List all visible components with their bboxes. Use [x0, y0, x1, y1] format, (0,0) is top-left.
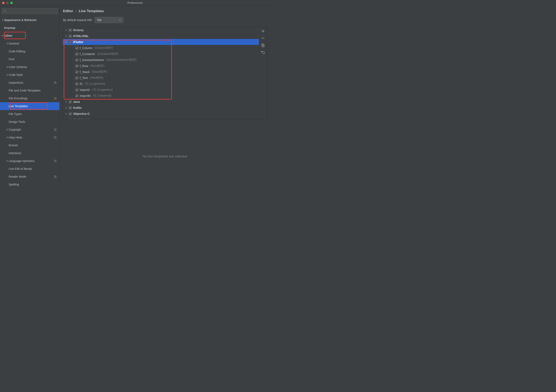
sidebar-item-copyright[interactable]: Copyright: [0, 126, 60, 134]
window-title: Preferences: [127, 1, 143, 4]
checkbox[interactable]: [69, 100, 72, 103]
checkbox[interactable]: [69, 106, 72, 109]
template-item-name: f_GestureDetector: [80, 58, 104, 62]
template-item-importm[interactable]: importM(引入Material): [63, 93, 259, 99]
maximize-window-button[interactable]: [10, 2, 13, 4]
template-item-importc[interactable]: importC(引入cupertino): [63, 87, 259, 93]
checkbox[interactable]: [69, 112, 72, 115]
checkbox[interactable]: [75, 58, 78, 62]
sidebar-item-live-edit-of-literals[interactable]: Live Edit of literals: [0, 165, 60, 173]
sidebar-item-font[interactable]: Font: [0, 55, 60, 63]
template-group-kotlin[interactable]: Kotlin: [63, 105, 259, 111]
window-controls: [0, 2, 13, 4]
checkbox[interactable]: [75, 52, 78, 56]
checkbox[interactable]: [75, 88, 78, 92]
sidebar-item-emmet[interactable]: Emmet: [0, 141, 60, 149]
template-group-name: Groovy: [73, 28, 84, 32]
search-icon: [3, 10, 6, 13]
template-item-name: f_Stack: [80, 70, 90, 74]
template-item-f-gesturedetector[interactable]: f_GestureDetector(GestureDetector组件): [63, 57, 259, 63]
sidebar-item-label: Color Scheme: [9, 65, 27, 69]
templates-list[interactable]: GroovyHTML/XMLiFlutterf_Column(Column组件)…: [63, 27, 259, 119]
sidebar-item-language-injections[interactable]: Language Injections: [0, 157, 60, 165]
template-group-java[interactable]: Java: [63, 99, 259, 105]
template-item-desc: (Row组件): [90, 64, 104, 68]
sidebar-item-reader-mode[interactable]: Reader Mode: [0, 173, 60, 181]
sidebar-item-label: Reader Mode: [9, 175, 26, 178]
template-group-html-xml[interactable]: HTML/XML: [63, 33, 259, 39]
template-group-objective-c[interactable]: Objective-C: [63, 111, 259, 117]
template-item-desc: (Stack组件): [92, 70, 107, 74]
sidebar-item-code-style[interactable]: Code Style: [0, 71, 60, 79]
breadcrumb-parent[interactable]: Editor: [63, 9, 73, 13]
sidebar-item-intentions[interactable]: Intentions: [0, 149, 60, 157]
checkbox[interactable]: [75, 64, 78, 68]
sidebar-item-label: Live Templates: [9, 105, 28, 108]
template-item-f-container[interactable]: f_Container(Container组件): [63, 51, 259, 57]
sidebar-item-label: File and Code Templates: [9, 89, 41, 92]
sidebar-item-file-types[interactable]: File Types: [0, 110, 60, 118]
template-group-shell-script[interactable]: Shell Script: [63, 117, 259, 119]
sidebar-item-label: Language Injections: [9, 159, 34, 163]
search-input[interactable]: [2, 8, 58, 14]
undo-button[interactable]: [261, 50, 265, 54]
sidebar-item-color-scheme[interactable]: Color Scheme: [0, 63, 60, 71]
template-item-f-stack[interactable]: f_Stack(Stack组件): [63, 69, 259, 75]
template-item-fc[interactable]: fC(引入cupertino): [63, 81, 259, 87]
sidebar-item-keymap[interactable]: Keymap: [0, 24, 60, 32]
sidebar-item-spelling[interactable]: Spelling: [0, 181, 60, 186]
breadcrumb: Editor › Live Templates: [63, 8, 267, 17]
sidebar-item-label: Appearance & Behavior: [4, 18, 37, 22]
scope-copy-icon: [54, 160, 57, 162]
expand-value: Tab: [97, 18, 102, 22]
template-item-name: fC: [80, 82, 83, 85]
scope-copy-icon: [54, 128, 57, 131]
template-item-f-column[interactable]: f_Column(Column组件): [63, 45, 259, 51]
sidebar-item-label: Code Style: [9, 73, 23, 77]
checkbox[interactable]: [75, 94, 78, 98]
scope-copy-icon: [54, 136, 57, 139]
add-button[interactable]: [261, 29, 265, 33]
sidebar-item-general[interactable]: General: [0, 39, 60, 47]
template-item-f-row[interactable]: f_Row(Row组件): [63, 63, 259, 69]
content-panel: Editor › Live Templates By default expan…: [60, 6, 270, 186]
checkbox[interactable]: [75, 76, 78, 80]
checkbox[interactable]: [69, 40, 72, 44]
sidebar-item-appearance-behavior[interactable]: Appearance & Behavior: [0, 16, 60, 24]
template-item-f-text[interactable]: f_Text(Text组件): [63, 75, 259, 81]
empty-message: No live templates are selected: [63, 154, 267, 158]
template-item-desc: (Text组件): [90, 76, 103, 80]
sidebar-item-inlay-hints[interactable]: Inlay Hints: [0, 134, 60, 141]
expand-select[interactable]: Tab: [95, 17, 124, 23]
sidebar-item-live-templates[interactable]: Live Templates: [0, 102, 60, 110]
close-window-button[interactable]: [2, 2, 5, 4]
sidebar-item-design-tools[interactable]: Design Tools: [0, 118, 60, 126]
template-item-name: importM: [80, 94, 91, 98]
sidebar-item-label: Copyright: [9, 128, 21, 131]
sidebar-item-file-and-code-templates[interactable]: File and Code Templates: [0, 87, 60, 94]
sidebar-item-code-editing[interactable]: Code Editing: [0, 47, 60, 55]
checkbox[interactable]: [75, 70, 78, 74]
breadcrumb-current: Live Templates: [79, 9, 104, 13]
sidebar: Appearance & BehaviorKeymapEditorGeneral…: [0, 6, 60, 186]
checkbox[interactable]: [69, 118, 72, 120]
checkbox[interactable]: [69, 34, 72, 38]
checkbox[interactable]: [69, 28, 72, 32]
svg-point-0: [4, 10, 5, 12]
copy-button[interactable]: [261, 43, 265, 47]
template-item-desc: (引入cupertino): [92, 88, 113, 92]
sidebar-item-label: Design Tools: [9, 120, 25, 123]
sidebar-item-editor[interactable]: Editor: [0, 32, 60, 39]
svg-rect-17: [262, 44, 263, 46]
checkbox[interactable]: [75, 82, 78, 85]
checkbox[interactable]: [75, 46, 78, 50]
remove-button[interactable]: [261, 36, 265, 40]
sidebar-item-label: File Types: [9, 112, 22, 116]
template-group-groovy[interactable]: Groovy: [63, 27, 259, 33]
template-group-iflutter[interactable]: iFlutter: [63, 39, 259, 45]
sidebar-item-label: Editor: [4, 34, 12, 37]
minimize-window-button[interactable]: [6, 2, 9, 4]
sidebar-item-inspections[interactable]: Inspections: [0, 79, 60, 87]
template-item-desc: (GestureDetector组件): [106, 58, 136, 62]
sidebar-item-file-encodings[interactable]: File Encodings: [0, 94, 60, 102]
